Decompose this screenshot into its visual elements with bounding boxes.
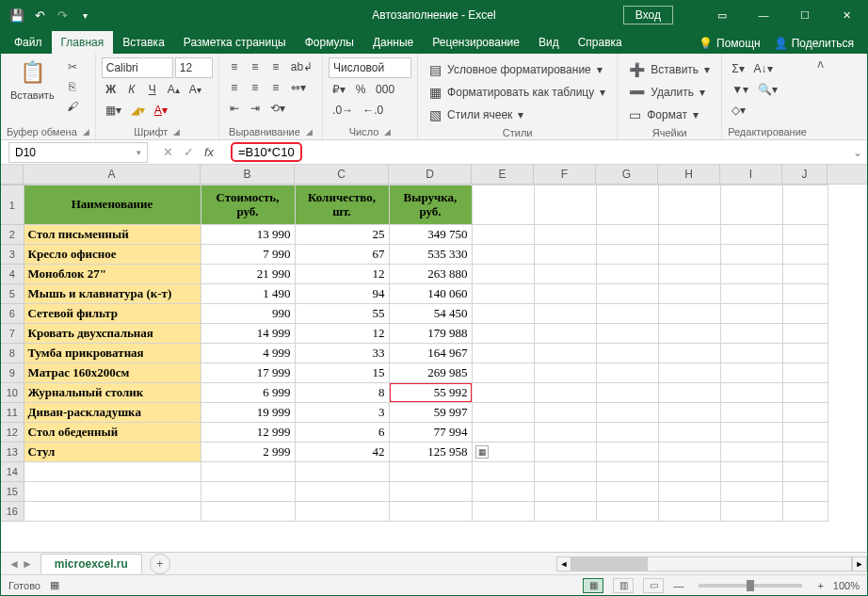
cell[interactable]: Тумба прикроватная	[24, 344, 201, 363]
italic-button[interactable]: К	[122, 80, 141, 99]
cell[interactable]: 54 450	[389, 304, 472, 324]
row-header[interactable]: 1	[1, 185, 24, 225]
sort-icon[interactable]: A↓▾	[750, 59, 777, 78]
cell[interactable]	[782, 324, 828, 344]
cell[interactable]	[720, 284, 782, 304]
font-color-icon[interactable]: A▾	[151, 101, 171, 120]
comma-icon[interactable]: 000	[372, 80, 398, 99]
cell[interactable]	[782, 265, 828, 284]
cell[interactable]	[596, 324, 658, 344]
align-top-icon[interactable]: ≡	[225, 57, 244, 76]
cell[interactable]: 140 060	[389, 284, 472, 304]
row-header[interactable]: 12	[1, 423, 24, 443]
cell[interactable]: 12	[295, 324, 389, 344]
cell[interactable]	[658, 185, 720, 225]
minimize-icon[interactable]: —	[743, 1, 784, 29]
cell[interactable]	[658, 344, 720, 363]
cell[interactable]: 179 988	[389, 324, 472, 344]
close-icon[interactable]: ✕	[826, 1, 867, 29]
cell[interactable]: Выручка, руб.	[389, 185, 472, 225]
cell[interactable]	[596, 502, 658, 522]
cell[interactable]	[534, 403, 596, 423]
cell[interactable]	[24, 462, 201, 482]
cell[interactable]	[295, 462, 389, 482]
cell[interactable]	[720, 363, 782, 383]
cell[interactable]: Журнальный столик	[24, 383, 201, 403]
sheet-next-icon[interactable]: ►	[22, 557, 33, 571]
maximize-icon[interactable]: ☐	[784, 1, 826, 29]
cell[interactable]	[534, 324, 596, 344]
merge-icon[interactable]: ⇔▾	[287, 78, 310, 97]
decrease-decimal-icon[interactable]: ←.0	[359, 101, 387, 120]
cell[interactable]	[534, 482, 596, 502]
column-header[interactable]: B	[201, 165, 295, 184]
cell[interactable]	[720, 245, 782, 265]
cell[interactable]	[596, 423, 658, 443]
cell[interactable]	[596, 383, 658, 403]
cell[interactable]	[534, 383, 596, 403]
cell[interactable]: 19 999	[201, 403, 295, 423]
add-sheet-button[interactable]: +	[150, 554, 170, 574]
wrap-text-icon[interactable]: ab↲	[287, 57, 316, 76]
cell[interactable]	[472, 265, 534, 284]
cell[interactable]	[201, 462, 295, 482]
cell[interactable]	[720, 502, 782, 522]
fx-icon[interactable]: fx	[199, 145, 219, 159]
cell[interactable]	[658, 443, 720, 462]
cell[interactable]: Сетевой фильтр	[24, 304, 201, 324]
cell[interactable]	[720, 324, 782, 344]
cell[interactable]	[472, 344, 534, 363]
cell[interactable]	[596, 403, 658, 423]
row-header[interactable]: 3	[1, 245, 24, 265]
cell[interactable]: 15	[295, 363, 389, 383]
dialog-launcher-icon[interactable]: ◢	[384, 127, 391, 137]
cell[interactable]	[720, 265, 782, 284]
cell[interactable]	[596, 225, 658, 245]
sheet-tab[interactable]: microexcel.ru	[40, 554, 142, 573]
scroll-right-icon[interactable]: ►	[852, 556, 867, 572]
column-header[interactable]: I	[720, 165, 782, 184]
align-middle-icon[interactable]: ≡	[246, 57, 265, 76]
cell[interactable]: 349 750	[389, 225, 472, 245]
cell[interactable]	[720, 423, 782, 443]
tab-help[interactable]: Справка	[569, 31, 632, 54]
tab-home[interactable]: Главная	[52, 31, 114, 54]
cell[interactable]	[596, 245, 658, 265]
cell[interactable]	[720, 304, 782, 324]
cell[interactable]	[534, 225, 596, 245]
cell[interactable]: 4 999	[201, 344, 295, 363]
cell[interactable]	[472, 185, 534, 225]
cell[interactable]	[596, 363, 658, 383]
cell[interactable]: 21 990	[201, 265, 295, 284]
size-combo[interactable]	[175, 57, 213, 78]
dialog-launcher-icon[interactable]: ◢	[173, 127, 180, 137]
ribbon-options-icon[interactable]: ▭	[701, 1, 743, 29]
cell[interactable]	[720, 344, 782, 363]
increase-font-icon[interactable]: A▴	[164, 80, 184, 99]
border-icon[interactable]: ▦▾	[102, 101, 125, 120]
cell[interactable]	[596, 185, 658, 225]
insert-cells-button[interactable]: ➕Вставить▾	[623, 59, 715, 80]
cell[interactable]: Количество, шт.	[295, 185, 389, 225]
cell[interactable]	[782, 363, 828, 383]
row-header[interactable]: 15	[1, 482, 24, 502]
cell[interactable]: Мышь и клавиатура (к-т)	[24, 284, 201, 304]
cell[interactable]	[658, 304, 720, 324]
zoom-in-icon[interactable]: +	[817, 580, 823, 591]
tab-formulas[interactable]: Формулы	[296, 31, 363, 54]
row-header[interactable]: 6	[1, 304, 24, 324]
cell[interactable]	[472, 502, 534, 522]
row-header[interactable]: 11	[1, 403, 24, 423]
zoom-level[interactable]: 100%	[833, 580, 860, 591]
cell-styles-button[interactable]: ▧Стили ячеек▾	[424, 105, 611, 125]
clear-icon[interactable]: ◇▾	[728, 101, 749, 120]
cell[interactable]	[389, 482, 472, 502]
cell[interactable]: 269 985	[389, 363, 472, 383]
cell[interactable]: Моноблок 27"	[24, 265, 201, 284]
cell[interactable]	[534, 443, 596, 462]
cell[interactable]: 67	[295, 245, 389, 265]
align-left-icon[interactable]: ≡	[225, 78, 244, 97]
cell[interactable]: Стоимость, руб.	[201, 185, 295, 225]
cell[interactable]	[596, 482, 658, 502]
cell[interactable]: Диван-раскладушка	[24, 403, 201, 423]
